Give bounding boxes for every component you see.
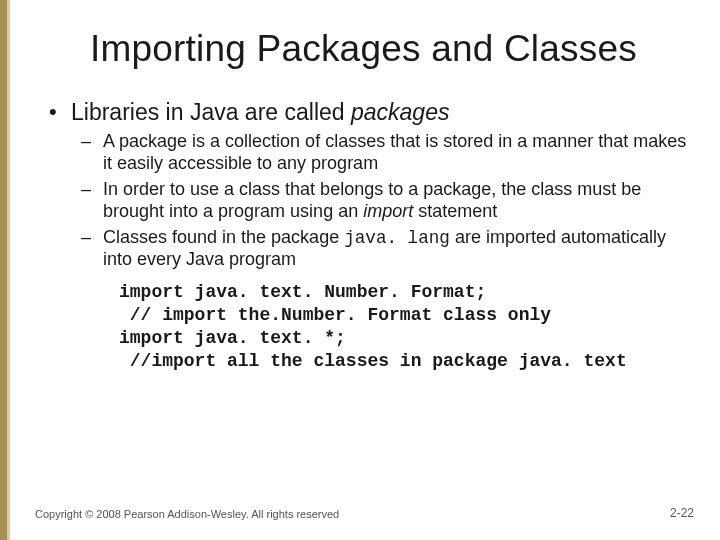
slide-title: Importing Packages and Classes xyxy=(7,0,720,80)
footer-copyright: Copyright © 2008 Pearson Addison-Wesley.… xyxy=(35,508,339,520)
slide: Importing Packages and Classes Libraries… xyxy=(0,0,720,540)
bullet-l1-0-em: packages xyxy=(351,99,449,125)
accent-bar xyxy=(7,0,10,540)
bullet-list-level1: Libraries in Java are called packages A … xyxy=(45,98,690,271)
page-number: 2-22 xyxy=(670,506,694,520)
bullet-l2-1-post: statement xyxy=(413,201,497,221)
bullet-l2-1-em: import xyxy=(363,201,413,221)
slide-body: Libraries in Java are called packages A … xyxy=(7,80,720,373)
bullet-l2-2-pre: Classes found in the package xyxy=(103,227,344,247)
bullet-l2-2: Classes found in the package java. lang … xyxy=(71,227,690,271)
bullet-l2-0: A package is a collection of classes tha… xyxy=(71,131,690,175)
bullet-l1-0-text: Libraries in Java are called xyxy=(71,99,351,125)
bullet-l2-1: In order to use a class that belongs to … xyxy=(71,179,690,223)
code-block: import java. text. Number. Format; // im… xyxy=(45,277,690,373)
bullet-l2-2-code: java. lang xyxy=(344,228,450,248)
bullet-list-level2: A package is a collection of classes tha… xyxy=(71,131,690,271)
bullet-l1-0: Libraries in Java are called packages A … xyxy=(45,98,690,271)
